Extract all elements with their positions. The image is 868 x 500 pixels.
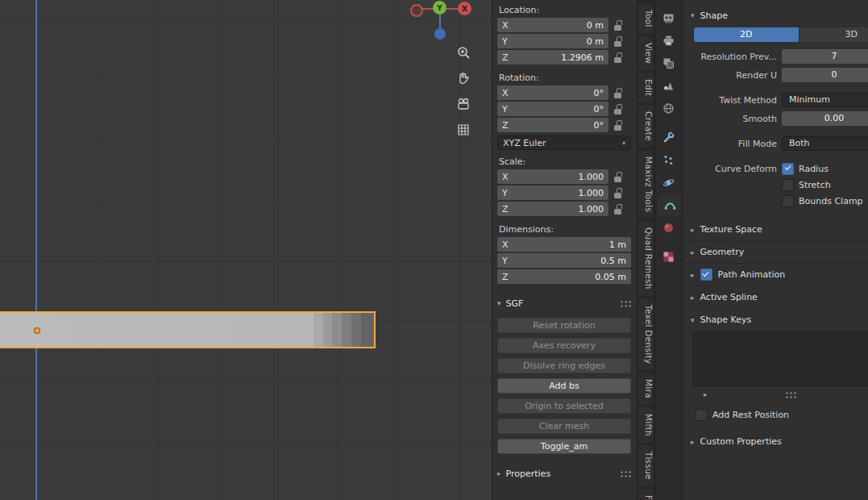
- origin-to-selected-button[interactable]: Origin to selected: [497, 398, 631, 414]
- properties-panel-header[interactable]: Properties: [497, 465, 632, 481]
- toggle-am-button[interactable]: Toggle_am: [497, 439, 631, 454]
- lock-icon[interactable]: [613, 171, 623, 183]
- tab-edit[interactable]: Edit: [638, 73, 654, 103]
- panel-drag-grip[interactable]: [620, 300, 632, 307]
- location-x-field[interactable]: X 0 m: [497, 18, 608, 32]
- texture-properties-icon[interactable]: [655, 245, 682, 268]
- physics-properties-icon[interactable]: [655, 171, 682, 194]
- render-properties-icon[interactable]: [655, 6, 682, 29]
- shape-keys-panel-header[interactable]: Shape Keys: [683, 308, 868, 331]
- lock-icon[interactable]: [613, 119, 623, 131]
- location-label: Location:: [497, 2, 632, 18]
- texture-space-panel-header[interactable]: Texture Space: [683, 218, 868, 240]
- twist-method-label: Twist Method: [692, 95, 782, 106]
- rotation-mode-dropdown[interactable]: XYZ Euler: [497, 135, 631, 150]
- gizmo-neg-x-ball[interactable]: [410, 4, 423, 17]
- location-z-field[interactable]: Z 1.2906 m: [497, 50, 608, 65]
- tab-tissue[interactable]: Tissue: [638, 445, 654, 486]
- gizmo-x-ball[interactable]: X: [458, 2, 471, 15]
- output-properties-icon[interactable]: [655, 29, 682, 52]
- chevron-right-icon: [691, 294, 695, 302]
- disolve-ring-edges-button[interactable]: Disolve ring edges: [497, 358, 631, 373]
- tab-fluent[interactable]: Fluent: [638, 489, 654, 500]
- object-origin: [34, 327, 40, 334]
- tab-maxivz-tools[interactable]: Maxivz Tools: [638, 150, 654, 219]
- tab-view[interactable]: View: [638, 36, 654, 70]
- lock-icon[interactable]: [613, 35, 623, 48]
- world-properties-icon[interactable]: [655, 97, 682, 119]
- navigation-gizmo[interactable]: Y X: [403, 0, 477, 45]
- tab-texel-density[interactable]: Texel Density: [638, 298, 654, 370]
- add-bs-button[interactable]: Add bs: [497, 378, 631, 394]
- lock-icon[interactable]: [613, 187, 623, 199]
- add-rest-position-row: Add Rest Position: [696, 407, 868, 422]
- tab-tool[interactable]: Tool: [638, 3, 654, 34]
- lock-icon[interactable]: [613, 52, 623, 64]
- tab-mifth[interactable]: Mifth: [638, 407, 654, 443]
- gizmo-y-ball[interactable]: Y: [433, 1, 446, 15]
- grid-ortho-icon[interactable]: [455, 121, 472, 139]
- radius-checkbox-label: Radius: [799, 164, 829, 174]
- shape-keys-list-footer: [704, 390, 868, 399]
- dimensions-y-field[interactable]: Y 0.5 m: [497, 253, 631, 268]
- object-data-properties-icon[interactable]: [658, 194, 682, 216]
- dimensions-z-field[interactable]: Z 0.05 m: [497, 269, 631, 284]
- shape-panel-header[interactable]: Shape: [691, 6, 868, 24]
- fill-mode-dropdown[interactable]: Both: [782, 136, 868, 151]
- dimensions-x-field[interactable]: X 1 m: [497, 237, 631, 252]
- lock-icon[interactable]: [613, 203, 623, 215]
- add-rest-position-label: Add Rest Position: [712, 410, 789, 420]
- material-properties-icon[interactable]: [655, 216, 682, 239]
- twist-method-dropdown[interactable]: Minimum: [782, 93, 868, 107]
- resolution-preview-field[interactable]: 7: [782, 49, 868, 64]
- scale-x-field[interactable]: X 1.000: [497, 169, 608, 184]
- location-y-field[interactable]: Y 0 m: [497, 34, 608, 48]
- axes-recovery-button[interactable]: Axes recovery: [497, 338, 631, 353]
- geometry-panel-header[interactable]: Geometry: [683, 240, 868, 263]
- expand-filter-icon[interactable]: [704, 390, 708, 398]
- rotation-y-field[interactable]: Y 0°: [497, 102, 608, 116]
- lock-icon[interactable]: [613, 87, 623, 99]
- clear-mesh-button[interactable]: Clear mesh: [497, 419, 631, 434]
- path-animation-panel-header[interactable]: Path Animation: [683, 263, 868, 285]
- rotation-z-field[interactable]: Z 0°: [497, 118, 608, 132]
- scale-y-field[interactable]: Y 1.000: [497, 185, 608, 200]
- dimension-2d-button[interactable]: 2D: [694, 27, 799, 42]
- radius-checkbox[interactable]: [782, 163, 794, 175]
- gizmo-neg-z-ball[interactable]: [434, 28, 446, 40]
- blender-window: Y X Location: X 0 m: [0, 0, 868, 500]
- dimension-3d-button[interactable]: 3D: [799, 27, 868, 42]
- render-u-field[interactable]: 0: [782, 68, 868, 82]
- scene-properties-icon[interactable]: [655, 74, 682, 97]
- scale-z-field[interactable]: Z 1.000: [497, 202, 608, 216]
- particle-properties-icon[interactable]: [655, 148, 682, 171]
- custom-properties-panel-header[interactable]: Custom Properties: [683, 430, 868, 452]
- pan-hand-icon[interactable]: [455, 69, 472, 87]
- zoom-icon[interactable]: [455, 44, 472, 61]
- panel-drag-grip[interactable]: [620, 470, 632, 477]
- modifier-properties-icon[interactable]: [655, 126, 682, 148]
- lock-icon[interactable]: [613, 19, 623, 31]
- camera-view-icon[interactable]: [455, 95, 472, 113]
- dimensions-toggle: 2D 3D: [694, 27, 868, 42]
- shape-keys-list[interactable]: [692, 331, 868, 386]
- rotation-x-field[interactable]: X 0°: [497, 85, 608, 100]
- view-layer-properties-icon[interactable]: [655, 52, 682, 74]
- stretch-checkbox[interactable]: [782, 179, 794, 191]
- reset-rotation-button[interactable]: Reset rotation: [497, 318, 631, 333]
- active-spline-panel-header[interactable]: Active Spline: [683, 285, 868, 308]
- viewport-3d[interactable]: Y X: [0, 0, 492, 500]
- lock-icon[interactable]: [613, 103, 623, 115]
- tab-create[interactable]: Create: [638, 105, 654, 148]
- bounds-clamp-checkbox-label: Bounds Clamp: [799, 196, 863, 206]
- tab-mira[interactable]: Mira: [638, 373, 654, 405]
- tab-quad-remesh[interactable]: Quad Remesh: [638, 221, 654, 296]
- bounds-clamp-checkbox[interactable]: [782, 195, 794, 207]
- smooth-field[interactable]: 0.00: [782, 111, 868, 126]
- add-rest-position-checkbox[interactable]: [696, 409, 708, 421]
- path-animation-checkbox[interactable]: [700, 269, 712, 281]
- list-resize-grip[interactable]: [785, 391, 797, 398]
- sgf-panel-header[interactable]: SGF: [497, 295, 632, 311]
- sidebar-tab-strip: Tool View Edit Create Maxivz Tools Quad …: [637, 0, 654, 500]
- selected-object[interactable]: [0, 311, 376, 348]
